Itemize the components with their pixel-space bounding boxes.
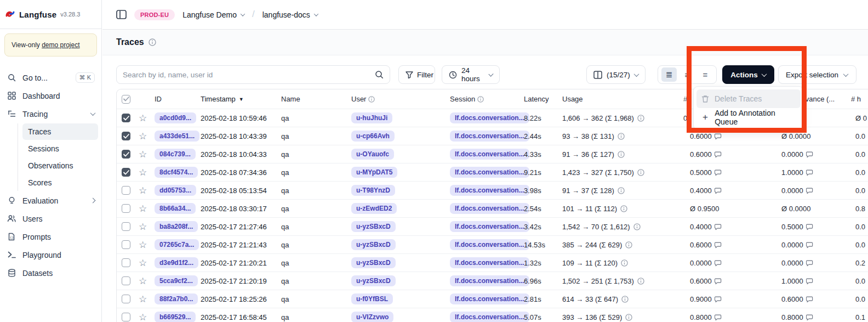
bookmark-star-icon[interactable]: ☆ bbox=[139, 112, 155, 124]
header-timestamp[interactable]: Timestamp▼ bbox=[201, 95, 281, 103]
header-latency[interactable]: Latency bbox=[524, 95, 562, 103]
bookmark-star-icon[interactable]: ☆ bbox=[139, 185, 155, 196]
comment-icon[interactable] bbox=[806, 314, 813, 321]
comment-icon[interactable] bbox=[806, 151, 813, 158]
project-switcher[interactable]: langfuse-docs bbox=[262, 10, 318, 19]
bookmark-star-icon[interactable]: ☆ bbox=[139, 221, 155, 233]
info-icon[interactable] bbox=[625, 314, 632, 321]
trace-id-badge[interactable]: 084c739... bbox=[155, 149, 196, 160]
session-id-badge[interactable]: lf.docs.conversation... bbox=[450, 203, 529, 214]
user-id-badge[interactable]: u-f0YfBSL bbox=[351, 293, 393, 304]
bookmark-star-icon[interactable]: ☆ bbox=[139, 131, 155, 142]
sidebar-item-sessions[interactable]: Sessions bbox=[22, 140, 98, 157]
session-id-badge[interactable]: lf.docs.conversation... bbox=[450, 112, 529, 123]
session-id-badge[interactable]: lf.docs.conversation... bbox=[450, 131, 529, 142]
user-id-badge[interactable]: u-MYpDAT5 bbox=[351, 167, 397, 178]
table-row[interactable]: ☆d3e9d1f2...2025-02-17 21:20:21qau-yzSBx… bbox=[117, 254, 868, 272]
table-row[interactable]: ☆07265c7a...2025-02-17 21:21:43qau-yzSBx… bbox=[117, 236, 868, 254]
bookmark-star-icon[interactable]: ☆ bbox=[139, 257, 155, 269]
comment-icon[interactable] bbox=[715, 314, 722, 321]
header-name[interactable]: Name bbox=[281, 95, 351, 103]
trace-id-badge[interactable]: a0cd0d9... bbox=[155, 112, 196, 123]
trace-id-badge[interactable]: 88f2a7b0... bbox=[155, 293, 198, 304]
info-icon[interactable] bbox=[149, 38, 156, 46]
info-icon[interactable] bbox=[620, 205, 627, 212]
info-icon[interactable] bbox=[633, 223, 641, 230]
header-user[interactable]: User bbox=[351, 95, 450, 103]
bookmark-star-icon[interactable]: ☆ bbox=[139, 275, 155, 287]
session-id-badge[interactable]: lf.docs.conversation... bbox=[450, 293, 529, 304]
info-icon[interactable] bbox=[621, 296, 629, 303]
trace-id-badge[interactable]: b669529... bbox=[155, 312, 196, 322]
sidebar-item-traces[interactable]: Traces bbox=[22, 123, 98, 140]
user-id-badge[interactable]: u-OYauofc bbox=[351, 149, 394, 160]
comment-icon[interactable] bbox=[715, 278, 722, 285]
user-id-badge[interactable]: u-T98YnzD bbox=[351, 185, 395, 196]
table-row[interactable]: ☆88f2a7b0...2025-02-17 18:25:26qau-f0YfB… bbox=[117, 290, 868, 308]
trace-id-badge[interactable]: 8b66a34... bbox=[155, 203, 196, 214]
header-id[interactable]: ID bbox=[155, 95, 201, 103]
table-row[interactable]: ☆5cca9cf2...2025-02-17 21:20:19qau-yzSBx… bbox=[117, 272, 868, 290]
table-row[interactable]: ☆dd05753...2025-02-18 05:13:54qau-T98Ynz… bbox=[117, 182, 868, 200]
org-switcher[interactable]: Langfuse Demo bbox=[182, 10, 244, 19]
info-icon[interactable] bbox=[618, 133, 625, 140]
table-row[interactable]: ☆b669529...2025-02-17 16:58:45qau-VIZzvw… bbox=[117, 308, 868, 322]
row-checkbox[interactable] bbox=[122, 150, 130, 159]
comment-icon[interactable] bbox=[715, 187, 722, 194]
user-id-badge[interactable]: u-cp66Avh bbox=[351, 131, 395, 142]
actions-button[interactable]: Actions bbox=[722, 65, 774, 84]
comment-icon[interactable] bbox=[715, 223, 722, 230]
sidebar-item-prompts[interactable]: {} Prompts bbox=[0, 228, 101, 246]
comment-icon[interactable] bbox=[806, 169, 813, 176]
sidebar-item-tracing[interactable]: Tracing bbox=[0, 105, 101, 123]
session-id-badge[interactable]: lf.docs.conversation... bbox=[450, 275, 529, 286]
sidebar-item-users[interactable]: Users bbox=[0, 210, 101, 228]
menu-item-delete-traces[interactable]: Delete Traces bbox=[696, 89, 801, 108]
row-height-compact-button[interactable]: ≣ bbox=[661, 67, 677, 82]
comment-icon[interactable] bbox=[806, 187, 813, 194]
comment-icon[interactable] bbox=[715, 169, 722, 176]
row-checkbox[interactable] bbox=[122, 258, 130, 267]
session-id-badge[interactable]: lf.docs.conversation... bbox=[450, 167, 529, 178]
user-id-badge[interactable]: u-yzSBxcD bbox=[351, 257, 396, 268]
header-usage[interactable]: Usage bbox=[562, 95, 690, 103]
comment-icon[interactable] bbox=[806, 296, 813, 303]
bookmark-star-icon[interactable]: ☆ bbox=[139, 149, 155, 160]
table-row[interactable]: ☆8dcf4574...2025-02-18 07:34:36qau-MYpDA… bbox=[117, 163, 868, 182]
demo-project-link[interactable]: demo project bbox=[42, 41, 79, 49]
export-selection-button[interactable]: Export selection bbox=[778, 65, 856, 84]
trace-id-badge[interactable]: ba8a208f... bbox=[155, 221, 198, 232]
filter-button[interactable]: Filter bbox=[398, 65, 435, 84]
bookmark-star-icon[interactable]: ☆ bbox=[139, 203, 155, 214]
row-checkbox[interactable] bbox=[122, 313, 130, 321]
comment-icon[interactable] bbox=[806, 223, 813, 230]
user-id-badge[interactable]: u-huJhuJi bbox=[351, 112, 392, 123]
comment-icon[interactable] bbox=[715, 296, 722, 303]
info-icon[interactable] bbox=[618, 187, 625, 194]
trace-id-badge[interactable]: dd05753... bbox=[155, 185, 196, 196]
row-checkbox[interactable] bbox=[122, 114, 130, 122]
table-row[interactable]: ☆084c739...2025-02-18 10:04:33qau-OYauof… bbox=[117, 145, 868, 163]
user-id-badge[interactable]: u-zEwdED2 bbox=[351, 203, 397, 214]
row-checkbox[interactable] bbox=[122, 204, 130, 213]
menu-item-add-to-annotation-queue[interactable]: + Add to Annotation Queue bbox=[696, 108, 801, 127]
session-id-badge[interactable]: lf.docs.conversation... bbox=[450, 257, 529, 268]
sidebar-item-observations[interactable]: Observations bbox=[22, 157, 98, 174]
comment-icon[interactable] bbox=[806, 278, 813, 285]
info-icon[interactable] bbox=[618, 151, 625, 158]
comment-icon[interactable] bbox=[806, 241, 813, 248]
info-icon[interactable] bbox=[621, 259, 628, 267]
sidebar-item-scores[interactable]: Scores bbox=[22, 174, 98, 191]
session-id-badge[interactable]: lf.docs.conversation... bbox=[450, 239, 529, 250]
session-id-badge[interactable]: lf.docs.conversation... bbox=[450, 185, 529, 196]
table-row[interactable]: ☆8b66a34...2025-02-18 03:30:17qau-zEwdED… bbox=[117, 200, 868, 218]
bookmark-star-icon[interactable]: ☆ bbox=[139, 239, 155, 251]
user-id-badge[interactable]: u-yzSBxcD bbox=[351, 239, 396, 250]
trace-id-badge[interactable]: 07265c7a... bbox=[155, 239, 199, 250]
table-row[interactable]: ☆ba8a208f...2025-02-17 21:27:46qau-yzSBx… bbox=[117, 218, 868, 236]
sidebar-toggle-icon[interactable] bbox=[116, 10, 127, 19]
session-id-badge[interactable]: lf.docs.conversation... bbox=[450, 221, 529, 232]
session-id-badge[interactable]: lf.docs.conversation... bbox=[450, 149, 529, 160]
trace-id-badge[interactable]: 5cca9cf2... bbox=[155, 275, 198, 286]
session-id-badge[interactable]: lf.docs.conversation... bbox=[450, 312, 529, 322]
